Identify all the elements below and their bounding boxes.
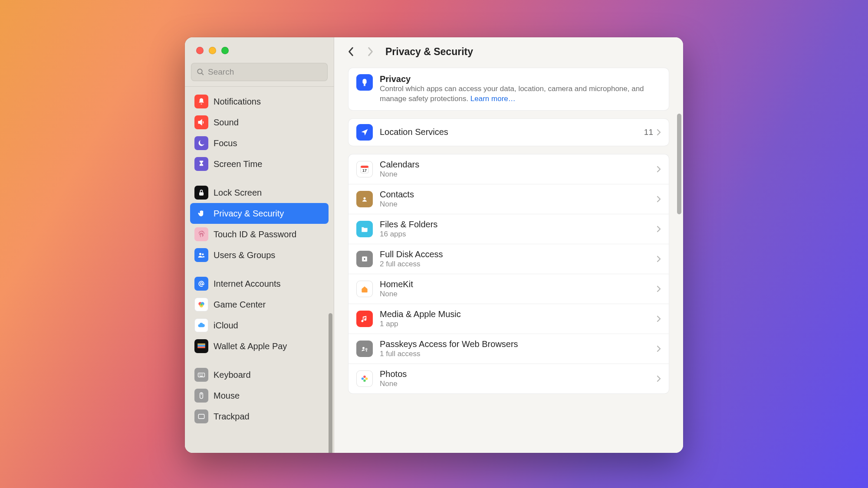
sidebar-scrollbar[interactable] [329,313,332,453]
privacy-row-media-apple-music[interactable]: Media & Apple Music1 app [349,304,669,334]
passkey-icon [356,341,373,357]
row-title: Media & Apple Music [380,309,657,319]
sidebar-nav: NotificationsSoundFocusScreen TimeLock S… [185,86,334,453]
sidebar: NotificationsSoundFocusScreen TimeLock S… [185,37,334,453]
search-field[interactable] [191,63,328,81]
privacy-summary-desc: Control which apps can access your data,… [380,84,661,104]
row-title: Location Services [380,127,644,137]
row-title: Files & Folders [380,219,657,229]
sidebar-item-users-groups[interactable]: Users & Groups [190,245,329,265]
sidebar-item-privacy-security[interactable]: Privacy & Security [190,203,329,224]
sidebar-item-mouse[interactable]: Mouse [190,385,329,406]
sidebar-item-game-center[interactable]: Game Center [190,294,329,315]
sidebar-item-label: Users & Groups [214,250,275,260]
hourglass-icon [194,157,208,171]
privacy-icon [356,74,373,91]
row-subtitle: None [380,200,657,209]
privacy-row-photos[interactable]: PhotosNone [349,364,669,393]
content-header: Privacy & Security [334,37,683,66]
sidebar-item-notifications[interactable]: Notifications [190,91,329,112]
search-input[interactable] [208,67,322,77]
sidebar-item-focus[interactable]: Focus [190,133,329,154]
row-subtitle: None [380,290,657,298]
sidebar-item-screen-time[interactable]: Screen Time [190,154,329,174]
settings-window: NotificationsSoundFocusScreen TimeLock S… [185,37,683,453]
sidebar-item-touch-id-password[interactable]: Touch ID & Password [190,224,329,245]
privacy-row-passkeys-access-for-web-browsers[interactable]: Passkeys Access for Web Browsers1 full a… [349,334,669,364]
wallet-icon [194,339,208,353]
bell-icon [194,95,208,108]
sidebar-item-label: Notifications [214,97,261,107]
back-button[interactable] [345,43,358,60]
row-subtitle: None [380,170,657,179]
home-icon [356,281,373,297]
content-body: Privacy Control which apps can access yo… [334,66,683,453]
chevron-right-icon [657,285,661,292]
svg-rect-18 [361,166,368,168]
chevron-right-icon [657,255,661,262]
location-services-card: Location Services 11 [348,118,669,146]
svg-text:17: 17 [362,168,367,173]
fingerprint-icon [194,227,208,241]
location-icon [356,124,373,141]
row-subtitle: 1 full access [380,350,657,358]
row-value: 11 [644,128,653,137]
privacy-row-calendars[interactable]: 17CalendarsNone [349,154,669,184]
svg-point-24 [366,348,367,350]
privacy-row-files-folders[interactable]: Files & Folders16 apps [349,214,669,244]
sidebar-item-label: Wallet & Apple Pay [214,341,287,351]
forward-button[interactable] [364,43,377,60]
sidebar-item-sound[interactable]: Sound [190,112,329,133]
svg-rect-12 [197,347,205,348]
sidebar-item-internet-accounts[interactable]: Internet Accounts [190,273,329,294]
learn-more-link[interactable]: Learn more… [470,95,516,103]
sidebar-item-lock-screen[interactable]: Lock Screen [190,182,329,203]
svg-point-25 [363,376,366,378]
row-subtitle: 16 apps [380,230,657,239]
close-button[interactable] [196,47,204,54]
gamecenter-icon [194,298,208,311]
sidebar-item-wallet-apple-pay[interactable]: Wallet & Apple Pay [190,336,329,357]
privacy-row-full-disk-access[interactable]: Full Disk Access2 full access [349,244,669,274]
keyboard-icon [194,368,208,382]
disk-icon [356,251,373,267]
chevron-right-icon [657,315,661,322]
svg-point-9 [201,304,203,306]
privacy-row-contacts[interactable]: ContactsNone [349,184,669,214]
maximize-button[interactable] [221,47,229,54]
sidebar-item-trackpad[interactable]: Trackpad [190,406,329,427]
sidebar-item-icloud[interactable]: iCloud [190,315,329,336]
speaker-icon [194,115,208,129]
row-title: Contacts [380,190,657,200]
music-icon [356,311,373,327]
svg-point-26 [365,377,368,380]
trackpad-icon [194,409,208,423]
sidebar-item-keyboard[interactable]: Keyboard [190,364,329,385]
sidebar-item-label: Sound [214,118,239,128]
search-icon [197,68,204,76]
cloud-icon [194,318,208,332]
sidebar-item-label: Keyboard [214,370,251,380]
svg-line-1 [202,73,204,75]
svg-point-27 [363,380,366,382]
row-title: Calendars [380,160,657,170]
minimize-button[interactable] [209,47,216,54]
svg-point-28 [362,377,364,380]
svg-rect-16 [198,414,204,419]
sidebar-item-label: Touch ID & Password [214,229,296,239]
svg-point-0 [197,69,202,74]
privacy-summary-card: Privacy Control which apps can access yo… [348,68,669,111]
sidebar-item-label: Focus [214,138,237,148]
privacy-items-card: 17CalendarsNoneContactsNoneFiles & Folde… [348,154,669,394]
row-title: Passkeys Access for Web Browsers [380,339,657,349]
privacy-row-homekit[interactable]: HomeKitNone [349,274,669,304]
svg-point-3 [199,253,201,255]
mouse-icon [194,389,208,403]
sidebar-item-label: Screen Time [214,159,262,169]
svg-point-22 [364,258,365,259]
at-icon [194,277,208,291]
privacy-summary-title: Privacy [380,74,661,84]
location-services-row[interactable]: Location Services 11 [349,119,669,146]
row-title: Photos [380,369,657,379]
content-scrollbar[interactable] [677,114,681,214]
